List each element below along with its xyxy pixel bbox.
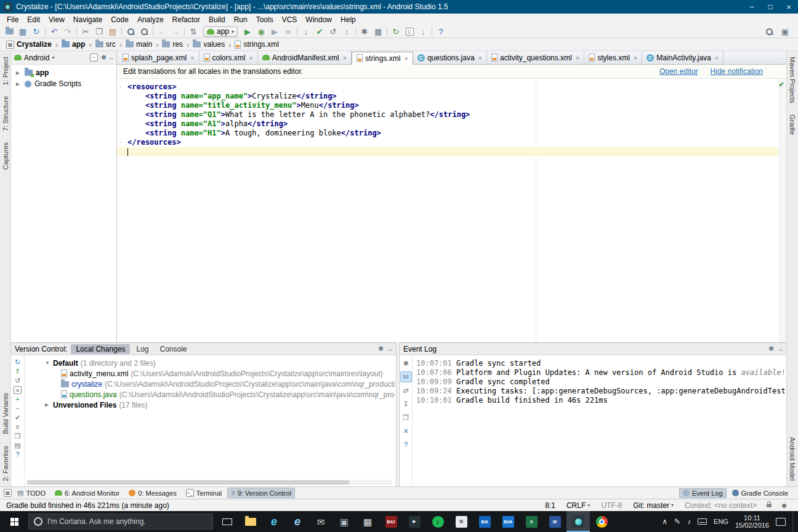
gear-icon[interactable]: ✱ — [378, 345, 384, 352]
expander-icon[interactable]: ▶ — [16, 70, 22, 76]
paste-icon[interactable]: ▤ — [106, 26, 119, 37]
menu-code[interactable]: Code — [107, 14, 133, 25]
mail-icon[interactable]: ✉ — [309, 511, 332, 532]
add-changelist-icon[interactable]: + — [12, 395, 23, 403]
vcs-compare-icon[interactable]: ↕ — [340, 26, 353, 37]
debug-icon[interactable]: ◉ — [254, 26, 268, 37]
editor-tab-splash-page-xml[interactable]: splash_page.xml× — [118, 51, 200, 64]
close-tab-icon[interactable]: × — [190, 54, 194, 62]
toolwindow-button-6-android-monitor[interactable]: 6: Android Monitor — [51, 488, 123, 498]
copy-icon[interactable]: ❐ — [12, 432, 23, 440]
find-icon[interactable] — [124, 26, 137, 37]
calendar-icon[interactable]: ▦ — [449, 511, 473, 532]
gear-icon[interactable]: ✱ — [768, 345, 774, 352]
move-up-down-icon[interactable]: ⇅ — [187, 26, 200, 37]
close-tab-icon[interactable]: × — [343, 54, 347, 62]
sdk-manager-icon[interactable]: ↓ — [416, 26, 430, 37]
open-icon[interactable] — [2, 26, 16, 37]
start-button[interactable] — [0, 511, 28, 532]
cut-icon[interactable]: ✂ — [79, 26, 92, 37]
vcs-file-row[interactable]: questions.java (C:\Users\Adamski\Android… — [25, 389, 395, 400]
copy-icon[interactable]: ❐ — [92, 26, 106, 37]
expander-icon[interactable]: ▼ — [45, 360, 50, 366]
fold-marker[interactable]: - — [119, 83, 122, 92]
internet-explorer-icon[interactable]: e — [286, 511, 309, 532]
close-button[interactable]: × — [780, 0, 798, 14]
vcs-changelist-row[interactable]: ▶Unversioned Files (17 files) — [25, 400, 395, 410]
breadcrumb-item-crystalize[interactable]: ▦Crystalize — [5, 40, 53, 49]
status-widget-context-no-context[interactable]: Context: <no context> — [680, 501, 762, 510]
tool-tab-gradle[interactable]: Gradle — [789, 115, 796, 135]
vcs-tab-local-changes[interactable]: Local Changes — [71, 344, 130, 354]
menu-help[interactable]: Help — [336, 14, 360, 25]
rollback-icon[interactable]: ↺ — [12, 376, 23, 385]
hide-notification-link[interactable]: Hide notification — [711, 67, 763, 76]
taskbar-clock[interactable]: 10:11 15/02/2016 — [735, 514, 769, 529]
menu-vcs[interactable]: VCS — [278, 14, 302, 25]
excel-icon[interactable]: X — [520, 511, 543, 532]
vcs-file-row[interactable]: crystalize (C:\Users\Adamski\AndroidStud… — [25, 379, 395, 389]
menu-run[interactable]: Run — [230, 14, 252, 25]
save-all-icon[interactable]: ▦ — [16, 26, 30, 37]
tool-tab-captures[interactable]: Captures — [2, 142, 9, 170]
notifications-settings-icon[interactable]: ✱ — [401, 358, 411, 368]
code-line[interactable]: -</resources> — [117, 138, 778, 147]
close-tab-icon[interactable]: × — [404, 55, 408, 62]
close-tab-icon[interactable]: × — [715, 54, 719, 62]
menu-tools[interactable]: Tools — [252, 14, 278, 25]
minimize-button[interactable]: – — [743, 0, 761, 14]
hide-toolwindows-icon[interactable]: ▣ — [778, 26, 792, 37]
editor-tab-questions-java[interactable]: Cquestions.java× — [413, 51, 487, 64]
close-tab-icon[interactable]: × — [576, 54, 579, 62]
code-line[interactable] — [117, 147, 778, 156]
gear-icon[interactable]: ✱ — [101, 54, 107, 61]
run-coverage-icon[interactable]: ▶ — [268, 26, 281, 37]
maximize-button[interactable]: □ — [761, 0, 780, 14]
word-icon[interactable]: W — [543, 511, 566, 532]
menu-refactor[interactable]: Refactor — [168, 14, 204, 25]
remove-changelist-icon[interactable]: − — [12, 404, 23, 413]
refresh-icon[interactable]: ↻ — [12, 358, 23, 366]
tool-tab-7-structure[interactable]: 7: Structure — [2, 96, 9, 131]
project-structure-icon[interactable]: ▦ — [371, 26, 385, 37]
menu-navigate[interactable]: Navigate — [69, 14, 107, 25]
hide-panel-icon[interactable]: – — [389, 345, 392, 353]
horizontal-scrollbar[interactable] — [26, 480, 392, 485]
editor-tab-mainactivity-java[interactable]: CMainActivity.java× — [642, 51, 723, 64]
sync-icon[interactable]: ↻ — [30, 26, 43, 37]
code-line[interactable]: -<resources> — [117, 83, 778, 92]
search-everywhere-icon[interactable] — [762, 26, 776, 37]
cortana-search-input[interactable]: I'm Cortana. Ask me anything. — [28, 514, 213, 530]
task-view-icon[interactable] — [216, 511, 239, 532]
vcs-rollback-icon[interactable]: ↺ — [326, 26, 340, 37]
close-tab-icon[interactable]: × — [478, 54, 482, 62]
code-line[interactable]: <string name="app_name">Crystalize</stri… — [117, 92, 778, 101]
expander-icon[interactable]: ▶ — [45, 402, 50, 408]
media-player-icon[interactable]: ▶ — [403, 511, 426, 532]
scrollbar-thumb[interactable] — [27, 480, 350, 485]
forward-icon[interactable]: → — [169, 26, 182, 37]
vcs-tab-console[interactable]: Console — [155, 344, 191, 354]
toolwindow-button-gradle-console[interactable]: Gradle Console — [728, 488, 792, 498]
editor-tab-styles-xml[interactable]: styles.xml× — [584, 51, 642, 64]
settings-icon[interactable]: ✱ — [358, 26, 371, 37]
project-view-selector[interactable]: Android — [24, 54, 49, 62]
avd-manager-icon[interactable]: ▯ — [403, 26, 416, 37]
lock-icon[interactable] — [767, 504, 772, 507]
open-editor-link[interactable]: Open editor — [659, 67, 698, 76]
back-icon[interactable]: ← — [155, 26, 169, 37]
run-configuration-select[interactable]: app▾ — [203, 26, 238, 37]
tray-expand-icon[interactable]: ∧ — [662, 517, 667, 526]
chrome-icon[interactable] — [590, 511, 613, 532]
show-balloons-icon[interactable]: ✉ — [401, 372, 411, 382]
menu-build[interactable]: Build — [204, 14, 230, 25]
tool-tab-1-project[interactable]: 1: Project — [2, 57, 9, 85]
annotate-icon[interactable]: a — [12, 385, 23, 394]
b4a-icon[interactable]: B4A — [496, 511, 520, 532]
editor-tab-androidmanifest-xml[interactable]: AndroidManifest.xml× — [258, 51, 352, 64]
status-widget-utf-8[interactable]: UTF-8 — [596, 501, 627, 510]
language-indicator[interactable]: ENG — [714, 518, 728, 525]
menu-window[interactable]: Window — [301, 14, 336, 25]
photos-icon[interactable]: ▣ — [332, 511, 356, 532]
tool-tab-2-favorites[interactable]: 2: Favorites — [2, 446, 9, 481]
